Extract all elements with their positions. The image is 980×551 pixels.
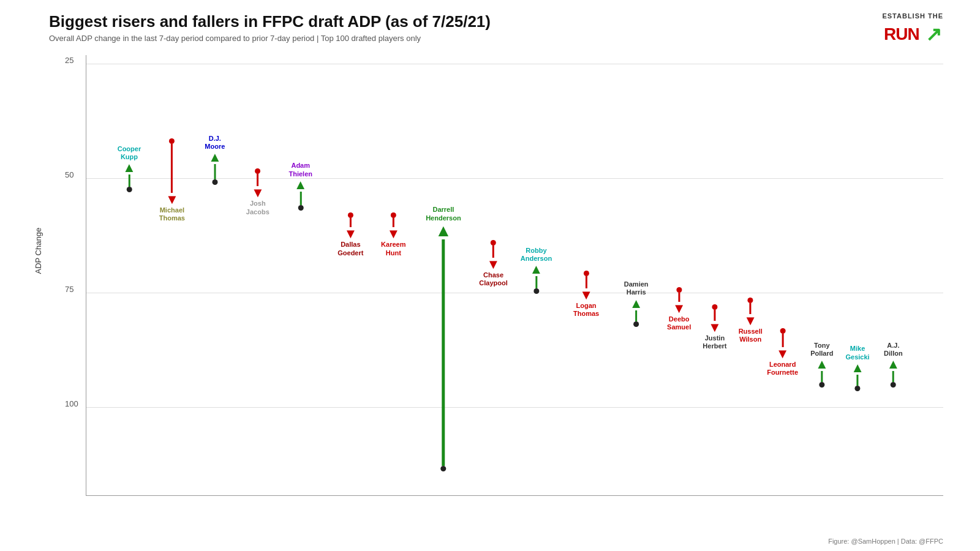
arrow-down-icon: ▼ — [708, 321, 722, 334]
player-a.j.-dillon: A.J.Dillon▲ — [884, 342, 903, 388]
dot — [855, 386, 861, 391]
dot — [633, 321, 639, 327]
dot — [169, 138, 175, 144]
player-russell-wilson: ▼RussellWilson — [739, 298, 763, 343]
player-label: DallasGoedert — [337, 241, 363, 257]
player-label: JoshJacobs — [246, 200, 270, 216]
dot — [391, 212, 396, 218]
dot — [491, 240, 496, 246]
y-label-75: 75 — [65, 284, 74, 293]
arrow-up-icon: ▲ — [294, 178, 307, 192]
dot — [298, 205, 303, 211]
line-up — [892, 371, 894, 382]
player-logan-thomas: ▼LoganThomas — [573, 271, 599, 318]
dot — [891, 382, 896, 388]
chart-title: Biggest risers and fallers in FFPC draft… — [49, 12, 943, 31]
line-up — [128, 174, 130, 187]
line-up — [535, 276, 537, 288]
player-label: KareemHunt — [381, 241, 405, 257]
arrow-up-icon: ▲ — [208, 151, 222, 164]
dot — [255, 168, 260, 174]
arrow-down-icon: ▼ — [386, 227, 400, 241]
player-deebo-samuel: ▼DeeboSamuel — [667, 287, 691, 331]
line-down — [586, 276, 587, 288]
player-label: LoganThomas — [573, 302, 599, 318]
player-label: RussellWilson — [739, 328, 763, 343]
logo-run-text: RUN ↗ — [882, 20, 943, 45]
line-down — [171, 144, 173, 193]
y-tick-75: 75 — [86, 293, 943, 293]
line-up — [442, 239, 445, 466]
y-tick-25: 25 — [86, 64, 943, 64]
arrow-up-icon: ▲ — [530, 263, 543, 276]
line-up — [214, 164, 216, 179]
player-label: DarrellHenderson — [426, 206, 461, 222]
player-mike-gesicki: MikeGesicki▲ — [846, 345, 870, 391]
line-up — [300, 192, 301, 205]
y-tick-100: 100 — [86, 407, 943, 408]
player-justin-herbert: ▼JustinHerbert — [703, 304, 726, 350]
dot — [676, 287, 682, 293]
line-down — [257, 174, 258, 186]
player-kareem-hunt: ▼KareemHunt — [381, 212, 405, 257]
arrow-up-icon: ▲ — [815, 358, 829, 371]
arrow-up-icon: ▲ — [435, 222, 452, 239]
player-cooper-kupp: CooperKupp▲ — [118, 145, 141, 192]
arrow-down-icon: ▼ — [251, 186, 265, 200]
player-damien-harris: DamienHarris▲ — [624, 280, 649, 326]
player-label: RobbyAnderson — [521, 247, 552, 263]
figure-credit: Figure: @SamHoppen | Data: @FFPC — [828, 538, 943, 545]
y-label-50: 50 — [65, 170, 74, 179]
player-label: JustinHerbert — [703, 334, 726, 350]
arrow-down-icon: ▼ — [165, 193, 179, 206]
player-label: DamienHarris — [624, 280, 649, 296]
player-chase-claypool: ▼ChaseClaypool — [479, 240, 507, 287]
y-axis-label: ADP Change — [34, 228, 43, 274]
dot — [748, 298, 753, 303]
arrow-down-icon: ▼ — [579, 288, 593, 302]
arrow-up-icon: ▲ — [851, 361, 864, 375]
arrow-up-icon: ▲ — [887, 358, 900, 371]
dot — [126, 187, 132, 192]
player-label: DeeboSamuel — [667, 315, 691, 331]
line-up — [635, 310, 637, 321]
dot — [440, 466, 446, 471]
player-darrell-henderson: DarrellHenderson▲ — [426, 206, 461, 471]
chart-area: 25 50 75 100 CooperKupp▲▼MichaelThomasD.… — [86, 55, 943, 496]
line-down — [492, 246, 494, 258]
chart-container: ESTABLISH THE RUN ↗ Biggest risers and f… — [0, 0, 980, 551]
player-leonard-fournette: ▼LeonardFournette — [767, 328, 798, 377]
dot — [348, 212, 353, 218]
arrow-down-icon: ▼ — [776, 347, 790, 361]
player-label: TonyPollard — [810, 342, 833, 358]
y-label-100: 100 — [65, 399, 78, 408]
dot — [584, 271, 589, 276]
player-d.j.-moore: D.J.Moore▲ — [205, 135, 225, 185]
player-label: CooperKupp — [118, 145, 141, 161]
line-up — [857, 375, 859, 386]
player-tony-pollard: TonyPollard▲ — [810, 342, 833, 388]
arrow-up-icon: ▲ — [123, 161, 136, 174]
chart-subtitle: Overall ADP change in the last 7-day per… — [49, 34, 943, 43]
line-up — [821, 371, 823, 382]
arrow-down-icon: ▼ — [487, 258, 500, 271]
y-label-25: 25 — [65, 55, 74, 64]
player-label: ChaseClaypool — [479, 271, 507, 287]
player-label: LeonardFournette — [767, 361, 798, 377]
dot — [780, 328, 785, 334]
player-adam-thielen: AdamThielen▲ — [288, 162, 312, 210]
player-label: AdamThielen — [288, 162, 312, 178]
player-label: MikeGesicki — [846, 345, 870, 361]
dot — [212, 179, 217, 185]
logo-establish-text: ESTABLISH THE — [882, 12, 943, 20]
arrow-down-icon: ▼ — [344, 227, 357, 241]
player-label: MichaelThomas — [159, 206, 185, 222]
player-robby-anderson: RobbyAnderson▲ — [521, 247, 552, 294]
player-label: D.J.Moore — [205, 135, 225, 151]
logo-arrow-icon: ↗ — [925, 23, 941, 45]
player-michael-thomas: ▼MichaelThomas — [159, 138, 185, 222]
player-label: A.J.Dillon — [884, 342, 903, 358]
player-josh-jacobs: ▼JoshJacobs — [246, 168, 270, 216]
dot — [533, 288, 539, 294]
dot — [712, 304, 717, 310]
